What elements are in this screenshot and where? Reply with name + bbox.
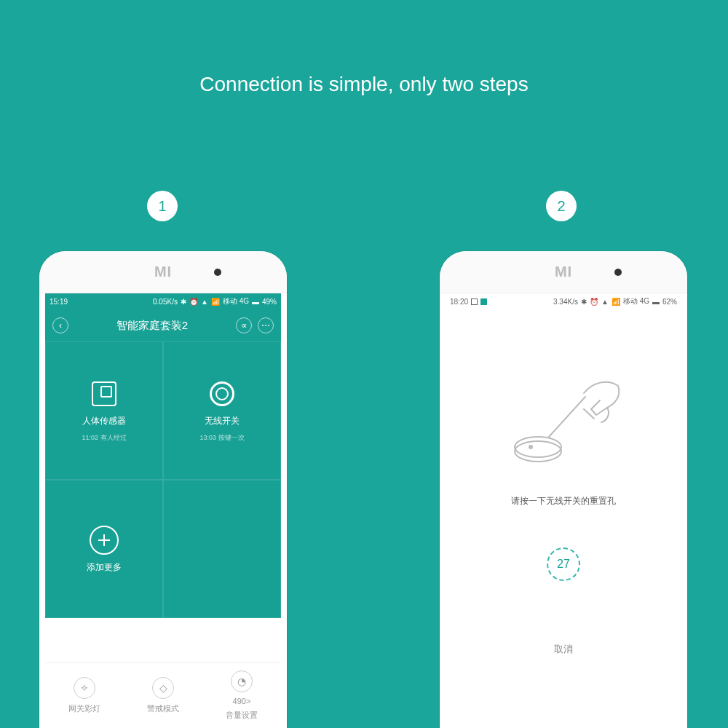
cancel-button[interactable]: 取消 [554, 643, 573, 656]
status-bar: 15:19 0.05K/s ✱ ⏰ ▲ 📶 移动 4G ▬ 49% [45, 293, 281, 309]
phone-bezel: MI [39, 251, 287, 293]
nav-gateway-light[interactable]: ✧ 网关彩灯 [45, 663, 124, 728]
device-grid: 人体传感器 11:02 有人经过 无线开关 13:03 按键一次 添加更多 [45, 341, 281, 618]
phone-bezel: MI [440, 251, 687, 293]
screen-1: 15:19 0.05K/s ✱ ⏰ ▲ 📶 移动 4G ▬ 49% ‹ 智能家庭… [45, 293, 281, 728]
tile-label: 人体传感器 [82, 415, 126, 427]
status-battery: 49% [262, 298, 277, 306]
svg-point-2 [529, 445, 533, 449]
screen-2: 18:20 3.34K/s ✱ ⏰ ▲ 📶 移动 4G ▬ 62% [446, 293, 681, 728]
nav-volume[interactable]: ◔ 490> 音量设置 [202, 663, 281, 728]
wifi-icon: ▲ [201, 298, 208, 306]
nav-label: 音量设置 [226, 710, 258, 721]
bell-icon: ◔ [231, 670, 253, 692]
alarm-icon: ⏰ [590, 298, 598, 306]
nav-label: 警戒模式 [147, 703, 179, 714]
tile-empty [163, 480, 281, 618]
instruction-text: 请按一下无线开关的重置孔 [511, 495, 616, 507]
tile-add-more[interactable]: 添加更多 [45, 480, 163, 618]
nav-label: 网关彩灯 [68, 703, 100, 714]
tile-sub: 13:03 按键一次 [199, 433, 244, 443]
battery-icon: ▬ [652, 298, 660, 306]
tile-label: 添加更多 [87, 561, 122, 574]
phone-mock-2: MI 18:20 3.34K/s ✱ ⏰ ▲ 📶 移动 4G ▬ 62% [440, 251, 687, 728]
front-camera [614, 269, 622, 276]
tile-sub: 11:02 有人经过 [82, 433, 126, 443]
app-indicator-icon [471, 298, 478, 305]
shield-icon: ◇ [152, 677, 174, 699]
status-net: 移动 4G [623, 296, 649, 306]
sensor-icon [92, 381, 116, 406]
reset-illustration [498, 364, 629, 473]
alarm-icon: ⏰ [189, 298, 198, 306]
app-title: 智能家庭套装2 [116, 319, 188, 333]
bottom-nav: ✧ 网关彩灯 ◇ 警戒模式 ◔ 490> 音量设置 [45, 662, 281, 728]
front-camera [214, 269, 221, 276]
more-button[interactable]: ⋯ [258, 317, 274, 333]
signal-icon: 📶 [612, 298, 620, 306]
status-speed: 0.05K/s [153, 298, 178, 306]
wifi-icon: ▲ [601, 298, 609, 306]
status-time: 18:20 [450, 298, 468, 306]
status-net: 移动 4G [223, 296, 249, 306]
signal-icon: 📶 [211, 298, 220, 306]
status-bar: 18:20 3.34K/s ✱ ⏰ ▲ 📶 移动 4G ▬ 62% [446, 293, 681, 309]
pairing-body: 请按一下无线开关的重置孔 27 取消 [446, 309, 681, 728]
switch-icon [210, 381, 234, 406]
svg-point-1 [515, 437, 561, 457]
svg-point-0 [515, 441, 561, 462]
status-time: 15:19 [50, 298, 68, 306]
mi-logo: MI [154, 264, 172, 280]
status-speed: 3.34K/s [553, 298, 578, 306]
bluetooth-icon: ✱ [581, 298, 587, 306]
step-badge-2: 2 [546, 191, 577, 221]
tile-body-sensor[interactable]: 人体传感器 11:02 有人经过 [45, 341, 163, 480]
battery-icon: ▬ [252, 298, 259, 306]
app-indicator-icon [480, 298, 487, 305]
countdown-timer: 27 [547, 547, 580, 581]
page-headline: Connection is simple, only two steps [0, 73, 728, 96]
back-button[interactable]: ‹ [52, 317, 68, 333]
phone-mock-1: MI 15:19 0.05K/s ✱ ⏰ ▲ 📶 移动 4G ▬ 49% ‹ 智… [39, 251, 287, 728]
mi-logo: MI [555, 264, 572, 280]
lightbulb-icon: ✧ [74, 677, 95, 699]
step-badge-1: 1 [147, 191, 178, 221]
status-battery: 62% [662, 298, 677, 306]
share-button[interactable]: ∝ [236, 317, 252, 333]
tile-wireless-switch[interactable]: 无线开关 13:03 按键一次 [163, 341, 281, 480]
bluetooth-icon: ✱ [181, 298, 186, 306]
tile-label: 无线开关 [205, 415, 240, 427]
nav-alert-mode[interactable]: ◇ 警戒模式 [124, 663, 202, 728]
plus-icon [90, 526, 119, 555]
app-header: ‹ 智能家庭套装2 ∝ ⋯ [45, 309, 281, 341]
